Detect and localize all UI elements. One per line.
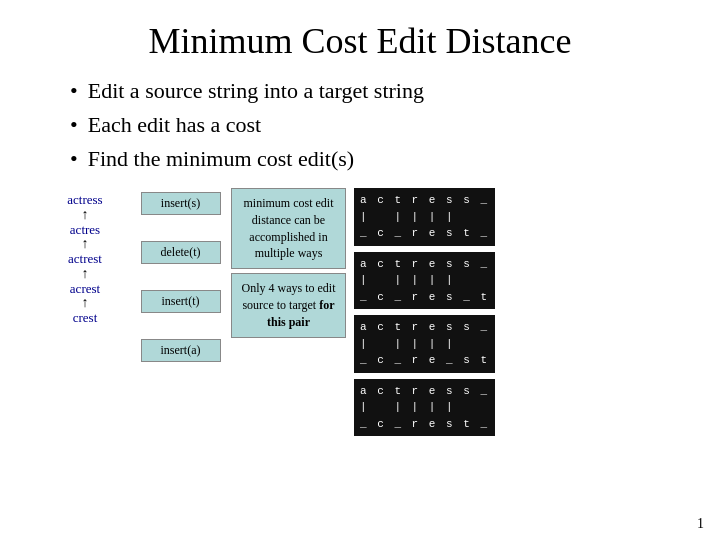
bullet-text-3: Find the minimum cost edit(s) bbox=[88, 146, 354, 172]
info-text-1: minimum cost edit distance can be accomp… bbox=[244, 196, 334, 260]
info-text-2: Only 4 ways to edit source to target for… bbox=[242, 281, 336, 329]
alignment-2: a c t r e s s _ | | | | | _ c _ r e s _ … bbox=[354, 252, 495, 310]
chain-word-acrest: acrest bbox=[70, 281, 100, 297]
chain-word-actrest: actrest bbox=[68, 251, 102, 267]
diagram-area: actress ↑ actres ↑ actrest ↑ acrest ↑ cr… bbox=[40, 188, 680, 436]
chain-arrow-3: ↑ bbox=[82, 267, 89, 281]
info-column: minimum cost edit distance can be accomp… bbox=[231, 188, 346, 338]
bullet-item-2: • Each edit has a cost bbox=[70, 112, 680, 138]
op-box-insert-t: insert(t) bbox=[141, 290, 221, 313]
bullet-text-1: Edit a source string into a target strin… bbox=[88, 78, 424, 104]
chain-arrow-4: ↑ bbox=[82, 296, 89, 310]
alignment-3: a c t r e s s _ | | | | | _ c _ r e _ s … bbox=[354, 315, 495, 373]
align-row-mid2: a c t r e s s _ | | | | | _ c _ r e _ s … bbox=[354, 315, 495, 373]
chain-arrow-1: ↑ bbox=[82, 208, 89, 222]
chain-word-actress: actress bbox=[67, 192, 102, 208]
bullet-dot-3: • bbox=[70, 146, 78, 172]
bullet-dot-1: • bbox=[70, 78, 78, 104]
chain-arrow-2: ↑ bbox=[82, 237, 89, 251]
op-box-delete-t: delete(t) bbox=[141, 241, 221, 264]
op-box-insert-s: insert(s) bbox=[141, 192, 221, 215]
bullet-list: • Edit a source string into a target str… bbox=[70, 78, 680, 172]
op-box-insert-a: insert(a) bbox=[141, 339, 221, 362]
bullet-text-2: Each edit has a cost bbox=[88, 112, 262, 138]
right-alignments: a c t r e s s _ | | | | | _ c _ r e s t … bbox=[354, 188, 495, 436]
info-box-only-4-ways: Only 4 ways to edit source to target for… bbox=[231, 273, 346, 337]
alignment-4: a c t r e s s _ | | | | | _ c _ r e s t … bbox=[354, 379, 495, 437]
slide-title: Minimum Cost Edit Distance bbox=[40, 20, 680, 62]
info-box-multiple-ways: minimum cost edit distance can be accomp… bbox=[231, 188, 346, 269]
slide-number: 1 bbox=[697, 516, 704, 532]
ops-column: insert(s) delete(t) insert(t) insert(a) bbox=[138, 188, 223, 362]
bullet-item-3: • Find the minimum cost edit(s) bbox=[70, 146, 680, 172]
align-row-mid1: a c t r e s s _ | | | | | _ c _ r e s _ … bbox=[354, 252, 495, 310]
alignment-1: a c t r e s s _ | | | | | _ c _ r e s t … bbox=[354, 188, 495, 246]
chain-word-crest: crest bbox=[73, 310, 98, 326]
align-row-bot: a c t r e s s _ | | | | | _ c _ r e s t … bbox=[354, 379, 495, 437]
bullet-item-1: • Edit a source string into a target str… bbox=[70, 78, 680, 104]
align-row-top: a c t r e s s _ | | | | | _ c _ r e s t … bbox=[354, 188, 495, 246]
string-chain: actress ↑ actres ↑ actrest ↑ acrest ↑ cr… bbox=[40, 188, 130, 326]
chain-word-actres: actres bbox=[70, 222, 100, 238]
slide: Minimum Cost Edit Distance • Edit a sour… bbox=[0, 0, 720, 540]
bullet-dot-2: • bbox=[70, 112, 78, 138]
